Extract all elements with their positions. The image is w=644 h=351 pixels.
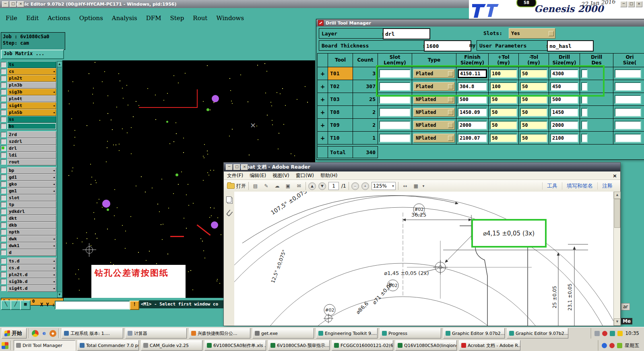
layer-row-dkb[interactable]: dkb	[1, 222, 56, 229]
layer-checkbox[interactable]	[1, 69, 6, 74]
layer-checkbox[interactable]	[1, 103, 6, 108]
plus-tol-input[interactable]: 50	[490, 121, 517, 130]
layer-row-npth[interactable]: npth	[1, 229, 56, 235]
alert-tray-icon[interactable]	[602, 331, 607, 336]
layer-row-sig4t.d[interactable]: sig4t.d◄	[1, 285, 56, 292]
layer-row-ts.d[interactable]: ts.d◄	[1, 258, 56, 264]
layer-row-sig3b.d[interactable]: sig3b.d◄	[1, 278, 56, 285]
layer-chip[interactable]: rout	[7, 159, 56, 165]
scroll-up-icon[interactable]: ▲	[58, 62, 62, 67]
slot-len-input[interactable]	[379, 121, 411, 130]
taskbar-button[interactable]: 计算器	[125, 328, 187, 339]
layer-checkbox[interactable]	[1, 243, 6, 248]
ori-size-input[interactable]	[615, 134, 641, 142]
layer-row-d[interactable]: d	[1, 249, 56, 256]
finish-size-input[interactable]: 2000	[458, 121, 487, 130]
layer-chip[interactable]: pln3b	[7, 82, 56, 89]
maximize-icon[interactable]: □	[628, 1, 635, 7]
taskbar-button[interactable]: 工程系统 版本: 1....	[62, 328, 123, 339]
pdf-menu-0[interactable]: 文件(F)	[227, 172, 243, 179]
layer-row-sig4t[interactable]: sig4t◄	[1, 102, 56, 109]
ge-menu-step[interactable]: Step	[170, 14, 184, 22]
taskbar-button[interactable]: Drill Tool Manager	[14, 340, 75, 351]
layer-checkbox[interactable]	[1, 146, 6, 151]
type-dropdown[interactable]: NPlated	[413, 108, 455, 117]
layer-chip[interactable]: gko◄	[7, 181, 56, 188]
network-tray-icon[interactable]	[602, 343, 607, 348]
ge-menu-windows[interactable]: Windows	[216, 14, 244, 22]
close-icon[interactable]: ×	[636, 1, 642, 7]
pdf-menu-2[interactable]: 视图(V)	[272, 172, 289, 179]
finish-size-input[interactable]: 1450.09	[458, 108, 487, 117]
zoom-out-icon[interactable]: −	[351, 182, 359, 190]
taskbar-button[interactable]: Total Commander 7.0 pu...	[77, 340, 139, 351]
layer-checkbox[interactable]	[1, 175, 6, 180]
ge-menu-analysis[interactable]: Analysis	[112, 14, 137, 22]
browser-ie-icon[interactable]: e	[41, 330, 47, 337]
move-handle-icon[interactable]: +	[320, 83, 325, 90]
layer-row-slot[interactable]: slot	[1, 194, 56, 201]
layer-row-pln3b[interactable]: pln3b	[1, 82, 56, 89]
taskbar-button[interactable]: 兴森快捷衡阳分公...	[189, 328, 250, 339]
layer-row-pln5b[interactable]: pln5b◄	[1, 109, 56, 116]
minimize-icon[interactable]: ─	[620, 1, 627, 7]
move-handle-icon[interactable]: +	[320, 109, 325, 116]
pdf-menu-1[interactable]: 编辑(E)	[250, 172, 266, 179]
layer-row-cs.d[interactable]: cs.d◄	[1, 264, 56, 271]
layer-checkbox[interactable]	[1, 229, 6, 235]
scroll-down-icon[interactable]: ▼	[58, 292, 62, 297]
drill-size-input[interactable]: 2000	[550, 121, 578, 130]
layer-checkbox[interactable]	[1, 209, 6, 214]
move-handle-icon[interactable]: +	[320, 96, 325, 103]
layer-chip[interactable]: gd1◄	[7, 174, 56, 181]
layer-checkbox[interactable]	[1, 159, 6, 165]
close-icon[interactable]: ×	[241, 164, 248, 170]
ori-size-input[interactable]	[615, 95, 641, 104]
layer-chip[interactable]: ts.d◄	[7, 258, 56, 264]
alert-button[interactable]: !	[130, 301, 139, 310]
save-icon[interactable]: ▣	[284, 182, 292, 190]
dtm-tool-cell[interactable]: T01	[328, 67, 353, 80]
zoom-in-icon[interactable]: +	[361, 182, 369, 190]
measure-tool-button[interactable]: ╱	[10, 300, 21, 310]
quick-launch-icon[interactable]	[2, 342, 8, 349]
taskbar-button[interactable]: get.exe	[252, 328, 314, 339]
ori-size-input[interactable]	[615, 108, 641, 117]
layer-checkbox[interactable]	[1, 236, 6, 242]
layer-chip[interactable]: dwk◄	[7, 235, 56, 242]
taskbar-button[interactable]: Graphic Editor 9.07b2...	[443, 328, 505, 339]
ge-menu-file[interactable]: File	[6, 14, 17, 22]
layer-row-pln2t.d[interactable]: pln2t.d◄	[1, 271, 56, 278]
ge-menu-rout[interactable]: Rout	[193, 14, 207, 22]
layer-checkbox[interactable]	[1, 279, 6, 284]
pdf-menu-4[interactable]: 帮助(H)	[320, 172, 337, 179]
layer-checkbox[interactable]	[1, 258, 6, 264]
layer-row-dwk1[interactable]: dwk1◄	[1, 242, 56, 249]
document-close-icon[interactable]: ×	[613, 173, 617, 179]
layer-list-scrollbar[interactable]: ▲ ▼	[57, 61, 63, 298]
fullscreen-icon[interactable]: ▦	[412, 182, 420, 190]
dtm-tool-cell[interactable]: T02	[328, 80, 353, 93]
layer-chip[interactable]: npth	[7, 229, 56, 235]
layer-row-dkt[interactable]: dkt	[1, 215, 56, 222]
dtm-titlebar[interactable]: Drill Tool Manager	[316, 19, 644, 27]
layer-row-gm1[interactable]: gm1◄	[1, 188, 56, 194]
minus-tol-input[interactable]: 50	[520, 108, 547, 117]
dtm-tool-cell[interactable]: T09	[328, 119, 353, 132]
comment-link[interactable]: 注释	[597, 182, 617, 190]
layer-chip[interactable]: ts	[7, 61, 56, 68]
cam-tray-icon[interactable]	[610, 331, 615, 336]
layer-chip[interactable]: sig3b◄	[7, 89, 56, 95]
start-button[interactable]: 开始	[2, 328, 27, 339]
layer-checkbox[interactable]	[1, 265, 6, 270]
printer-tray-icon[interactable]	[594, 331, 600, 336]
taskbar-button[interactable]: Q16V1080C5A0(linqiong...	[395, 340, 457, 351]
layer-chip[interactable]: sig4t◄	[7, 102, 56, 109]
taskbar-button[interactable]: CAM_Guide v2.25	[141, 340, 202, 351]
slot-len-input[interactable]	[379, 134, 411, 142]
layer-row-szdrl[interactable]: szdrl	[1, 138, 56, 145]
layer-row-pln4t[interactable]: pln4t	[1, 95, 56, 102]
layer-checkbox[interactable]	[1, 117, 6, 122]
layer-chip[interactable]: dkb	[7, 222, 56, 229]
layer-chip[interactable]: bs	[7, 123, 56, 130]
